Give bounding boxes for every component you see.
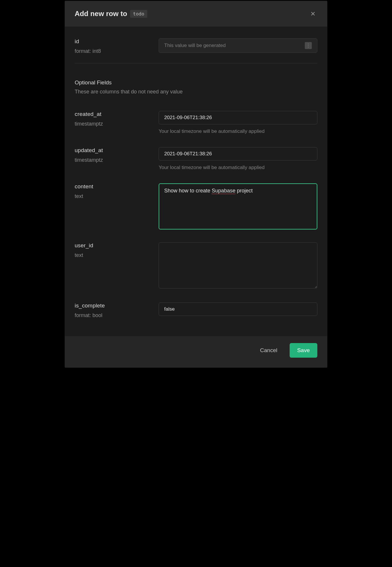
modal-header: Add new row to todo — [65, 1, 327, 27]
field-name-user-id: user_id — [75, 242, 150, 249]
modal-title-group: Add new row to todo — [75, 10, 147, 18]
is-complete-value: false — [164, 306, 175, 312]
modal-body: id format: int8 This value will be gener… — [65, 27, 327, 336]
field-input-col: false — [159, 302, 317, 319]
field-name-id: id — [75, 38, 150, 45]
field-input-col: Show how to create Supabase project — [159, 183, 317, 229]
table-name-chip: todo — [130, 10, 147, 18]
field-name-is-complete: is_complete — [75, 302, 150, 309]
field-label-col: created_at timestamptz — [75, 111, 150, 134]
field-row-user-id: user_id text — [75, 242, 317, 290]
cancel-button[interactable]: Cancel — [258, 344, 279, 356]
field-label-col: user_id text — [75, 242, 150, 290]
content-textarea[interactable]: Show how to create Supabase project — [159, 183, 317, 229]
field-row-created-at: created_at timestamptz Your local timezo… — [75, 111, 317, 134]
updated-at-helper: Your local timezone will be automaticall… — [159, 165, 317, 171]
content-text-pre: Show how to create — [164, 188, 212, 194]
field-type-created-at: timestamptz — [75, 121, 150, 127]
field-type-updated-at: timestamptz — [75, 157, 150, 163]
add-row-modal: Add new row to todo id format: int8 This… — [64, 1, 328, 368]
field-name-content: content — [75, 183, 150, 190]
id-placeholder: This value will be generated — [164, 43, 226, 48]
optional-section-subtitle: These are columns that do not need any v… — [75, 89, 317, 95]
field-input-col: Your local timezone will be automaticall… — [159, 111, 317, 134]
field-name-created-at: created_at — [75, 111, 150, 117]
created-at-input[interactable] — [159, 111, 317, 124]
id-generated-input: This value will be generated — [159, 38, 317, 53]
content-text-marked: Supabase — [212, 188, 235, 194]
divider — [75, 63, 317, 63]
field-input-col — [159, 242, 317, 290]
field-row-is-complete: is_complete format: bool false — [75, 302, 317, 319]
field-input-col: Your local timezone will be automaticall… — [159, 147, 317, 171]
optional-section-title: Optional Fields — [75, 79, 317, 86]
save-button[interactable]: Save — [290, 343, 317, 358]
modal-footer: Cancel Save — [65, 336, 327, 368]
field-type-content: text — [75, 193, 150, 199]
field-input-col: This value will be generated — [159, 38, 317, 54]
modal-title: Add new row to — [75, 10, 127, 18]
close-icon — [310, 11, 316, 17]
field-label-col: updated_at timestamptz — [75, 147, 150, 171]
field-label-col: is_complete format: bool — [75, 302, 150, 319]
field-row-id: id format: int8 This value will be gener… — [75, 38, 317, 54]
created-at-helper: Your local timezone will be automaticall… — [159, 128, 317, 134]
content-text-post: project — [235, 188, 253, 194]
field-row-content: content text Show how to create Supabase… — [75, 183, 317, 229]
field-label-col: id format: int8 — [75, 38, 150, 54]
is-complete-select[interactable]: false — [159, 302, 317, 316]
field-name-updated-at: updated_at — [75, 147, 150, 154]
field-type-user-id: text — [75, 252, 150, 258]
field-format-is-complete: format: bool — [75, 312, 150, 319]
close-button[interactable] — [309, 9, 317, 18]
field-row-updated-at: updated_at timestamptz Your local timezo… — [75, 147, 317, 171]
field-format-id: format: int8 — [75, 48, 150, 54]
updated-at-input[interactable] — [159, 147, 317, 161]
user-id-textarea[interactable] — [159, 242, 317, 288]
field-label-col: content text — [75, 183, 150, 229]
id-action-icon[interactable] — [305, 42, 312, 49]
